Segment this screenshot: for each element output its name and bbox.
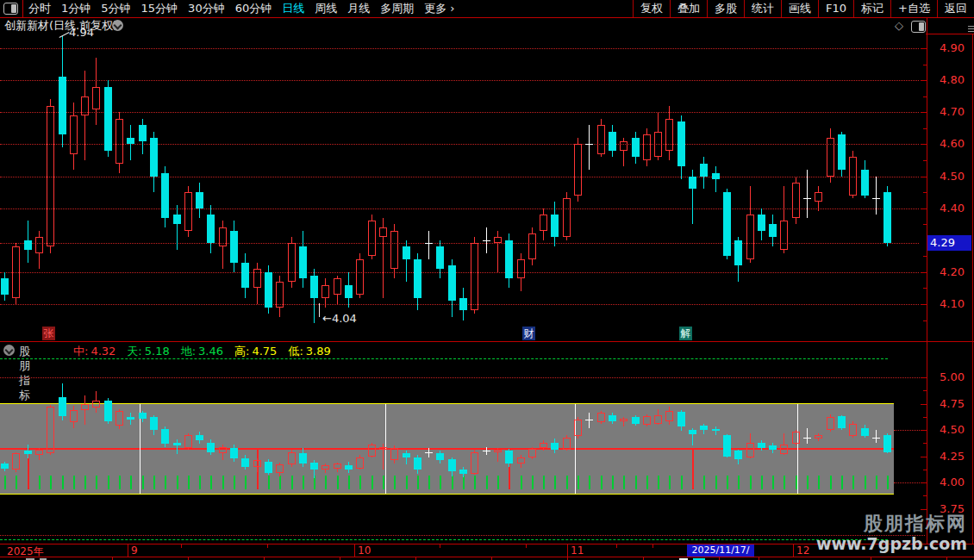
main-candle-59[interactable] bbox=[677, 121, 685, 166]
ind-candle-43[interactable] bbox=[494, 450, 502, 452]
ind-candle-3[interactable] bbox=[35, 450, 43, 455]
ind-candle-20[interactable] bbox=[230, 448, 238, 458]
main-candle-24[interactable] bbox=[276, 282, 284, 308]
main-candle-6[interactable] bbox=[70, 115, 78, 154]
date-label[interactable]: 2025年 bbox=[7, 544, 44, 559]
main-candle-20[interactable] bbox=[230, 231, 238, 263]
main-candle-3[interactable] bbox=[35, 237, 43, 253]
main-candle-72[interactable] bbox=[827, 138, 834, 177]
main-candle-49[interactable] bbox=[563, 198, 571, 237]
ind-candle-77[interactable] bbox=[883, 435, 891, 452]
main-candle-48[interactable] bbox=[551, 215, 559, 237]
ind-candle-72[interactable] bbox=[827, 417, 834, 430]
top-right-menu-item-4[interactable]: 统计 bbox=[744, 0, 781, 17]
ind-candle-9[interactable] bbox=[104, 401, 112, 421]
ind-candle-7[interactable] bbox=[81, 404, 89, 410]
ind-candle-48[interactable] bbox=[551, 443, 559, 450]
top-right-menu-item-8[interactable]: +自选 bbox=[890, 0, 937, 17]
ind-candle-55[interactable] bbox=[632, 417, 640, 424]
ind-candle-67[interactable] bbox=[769, 445, 777, 450]
main-candle-26[interactable] bbox=[299, 246, 307, 278]
indicator-price-label[interactable]: 5.00 bbox=[940, 370, 974, 383]
main-candle-17[interactable] bbox=[196, 192, 203, 208]
event-marker[interactable]: 张 bbox=[42, 327, 55, 340]
main-candle-32[interactable] bbox=[368, 221, 376, 256]
ind-candle-41[interactable] bbox=[471, 452, 478, 474]
ind-candle-8[interactable] bbox=[92, 401, 100, 408]
ind-candle-15[interactable] bbox=[173, 443, 181, 445]
main-candle-36[interactable] bbox=[414, 259, 421, 298]
main-candle-44[interactable] bbox=[505, 240, 513, 278]
main-candle-30[interactable] bbox=[345, 285, 353, 298]
ind-candle-14[interactable] bbox=[161, 429, 169, 444]
selected-date-badge[interactable]: 2025/11/17/一 bbox=[687, 544, 754, 557]
ind-candle-25[interactable] bbox=[288, 452, 296, 464]
main-candle-68[interactable] bbox=[780, 221, 788, 250]
ind-candle-29[interactable] bbox=[334, 464, 341, 469]
ind-candle-21[interactable] bbox=[241, 458, 249, 467]
main-candle-10[interactable] bbox=[116, 119, 123, 164]
main-candle-14[interactable] bbox=[161, 173, 169, 218]
main-candle-1[interactable] bbox=[12, 246, 20, 298]
main-candle-50[interactable] bbox=[574, 144, 582, 196]
main-price-label[interactable]: 4.40 bbox=[940, 202, 974, 215]
main-candle-34[interactable] bbox=[390, 231, 398, 269]
main-candle-45[interactable] bbox=[517, 259, 525, 278]
ind-candle-13[interactable] bbox=[150, 417, 158, 430]
ind-candle-33[interactable] bbox=[379, 447, 387, 450]
peak-price-annotation[interactable]: 4.94 bbox=[69, 26, 94, 39]
indicator-chevron-down-icon[interactable] bbox=[3, 345, 15, 356]
top-menu-item-4[interactable]: 15分钟 bbox=[141, 0, 178, 17]
ind-candle-52[interactable] bbox=[597, 413, 605, 422]
indicator-price-label[interactable]: 4.75 bbox=[940, 397, 974, 410]
ind-candle-4[interactable] bbox=[47, 407, 54, 453]
ind-candle-49[interactable] bbox=[563, 438, 571, 450]
window-layout-icon[interactable] bbox=[3, 3, 18, 15]
ind-candle-16[interactable] bbox=[184, 435, 192, 448]
top-right-menu-item-2[interactable]: 叠加 bbox=[670, 0, 707, 17]
main-candle-2[interactable] bbox=[24, 240, 32, 250]
trough-price-annotation[interactable]: ←4.04 bbox=[322, 312, 357, 325]
ind-candle-70[interactable] bbox=[807, 428, 808, 444]
ind-candle-73[interactable] bbox=[838, 416, 846, 428]
main-candle-57[interactable] bbox=[654, 132, 662, 157]
ind-candle-74[interactable] bbox=[849, 424, 857, 436]
main-candle-76[interactable] bbox=[876, 177, 877, 215]
ind-candle-34[interactable] bbox=[390, 448, 398, 460]
main-candle-25[interactable] bbox=[288, 243, 296, 282]
main-candle-62[interactable] bbox=[712, 173, 720, 179]
ind-candle-1[interactable] bbox=[12, 453, 20, 470]
ind-candle-75[interactable] bbox=[861, 428, 869, 436]
ind-candle-47[interactable] bbox=[540, 443, 547, 448]
ind-candle-12[interactable] bbox=[139, 413, 147, 419]
ind-candle-45[interactable] bbox=[517, 457, 525, 464]
main-candle-21[interactable] bbox=[241, 263, 249, 288]
main-candle-52[interactable] bbox=[597, 125, 605, 154]
main-candle-47[interactable] bbox=[540, 215, 547, 231]
indicator-price-label[interactable]: 4.25 bbox=[940, 450, 974, 463]
ind-candle-30[interactable] bbox=[345, 465, 353, 470]
ind-candle-44[interactable] bbox=[505, 451, 513, 464]
top-menu-item-9[interactable]: 月线 bbox=[347, 0, 370, 17]
main-price-label[interactable]: 4.90 bbox=[940, 41, 974, 54]
main-price-label[interactable]: 4.20 bbox=[940, 265, 974, 278]
ind-candle-2[interactable] bbox=[24, 451, 32, 454]
top-menu-item-10[interactable]: 多周期 bbox=[380, 0, 414, 17]
main-candle-23[interactable] bbox=[265, 272, 272, 308]
main-price-label[interactable]: 4.50 bbox=[940, 170, 974, 183]
ind-candle-54[interactable] bbox=[620, 419, 627, 421]
ind-candle-35[interactable] bbox=[403, 453, 410, 457]
main-candle-75[interactable] bbox=[861, 170, 869, 196]
ind-candle-0[interactable] bbox=[1, 464, 9, 469]
ind-candle-39[interactable] bbox=[448, 459, 456, 471]
ind-candle-19[interactable] bbox=[219, 447, 227, 453]
main-candle-66[interactable] bbox=[758, 215, 765, 231]
main-candle-9[interactable] bbox=[104, 87, 112, 151]
main-candle-13[interactable] bbox=[150, 138, 158, 177]
main-candle-40[interactable] bbox=[459, 298, 467, 310]
main-candle-4[interactable] bbox=[47, 106, 54, 246]
top-menu-item-6[interactable]: 60分钟 bbox=[235, 0, 272, 17]
main-candle-67[interactable] bbox=[769, 224, 777, 237]
main-candle-77[interactable] bbox=[883, 192, 891, 243]
ind-candle-64[interactable] bbox=[734, 451, 742, 459]
